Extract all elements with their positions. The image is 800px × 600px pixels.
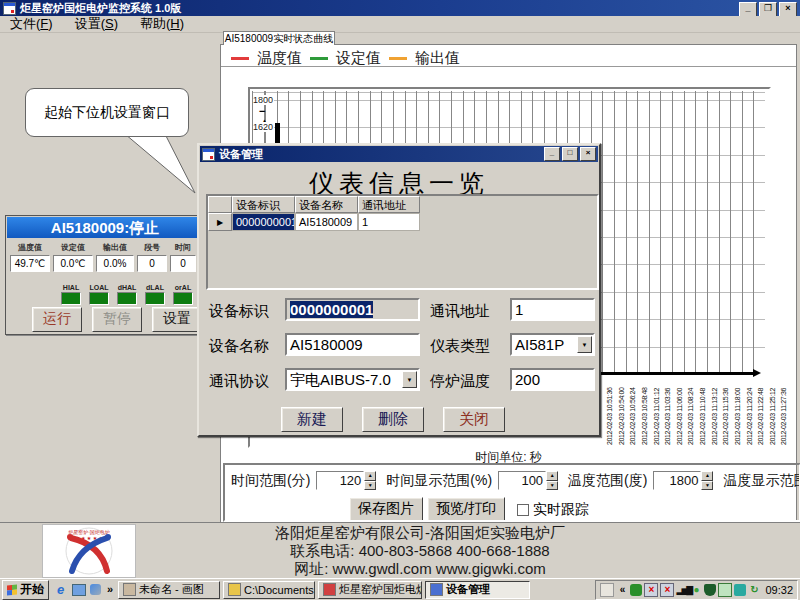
realtime-track-label: 实时跟踪 <box>533 501 589 519</box>
network-error-icon[interactable]: × <box>660 583 674 597</box>
menu-item-2[interactable]: 帮助(H) <box>140 15 184 33</box>
spinner-down-2[interactable]: ▼ <box>701 481 713 491</box>
dropdown-button-通讯协议[interactable]: ▼ <box>402 371 417 388</box>
spinner-up-2[interactable]: ▲ <box>701 471 713 481</box>
status-field-value-3: 0 <box>137 255 167 272</box>
status-field-label-3: 段号 <box>137 242 167 253</box>
spinner-0[interactable]: 120▲▼ <box>316 471 376 490</box>
status-button-2[interactable]: 设置 <box>152 307 202 332</box>
device-status-title: AI5180009:停止 <box>7 217 203 238</box>
dialog-button-2[interactable]: 关闭 <box>443 407 505 432</box>
spinner-up-1[interactable]: ▲ <box>546 471 558 481</box>
form-field-通讯地址[interactable]: 1 <box>510 298 595 321</box>
status-field-4: 时间0 <box>170 242 196 272</box>
messenger-icon[interactable] <box>734 584 746 596</box>
status-field-label-4: 时间 <box>170 242 196 253</box>
antivirus-icon[interactable] <box>630 584 642 596</box>
x-tick-2: 2012-02-03 10:56:24 <box>629 388 636 445</box>
task-label-1: C:\Documents and Se... <box>244 584 315 596</box>
x-tick-4: 2012-02-03 11:01:12 <box>653 388 660 445</box>
form-field-停炉温度[interactable]: 200 <box>510 368 595 391</box>
battery-icon[interactable] <box>718 583 732 597</box>
company-footer: 炬星窑炉·国炬电炉 ★ ★ ★ ★ ★ 洛阳炬星窑炉有限公司-洛阳国炬实验电炉厂… <box>0 522 800 578</box>
form-label-设备名称: 设备名称 <box>209 337 269 356</box>
dialog-titlebar[interactable]: 设备管理 _ □ × <box>200 146 598 162</box>
table-cell-2[interactable]: 1 <box>358 213 420 231</box>
restore-button[interactable]: ❐ <box>759 2 777 17</box>
form-field-通讯协议[interactable]: 宇电AIBUS-7.0▼ <box>285 368 420 391</box>
status-button-0[interactable]: 运行 <box>32 307 82 332</box>
task-label-0: 未命名 - 画图 <box>139 582 204 597</box>
quick-launch-overflow-chevron[interactable]: » <box>105 582 115 597</box>
table-header-1[interactable]: 设备名称 <box>295 196 358 213</box>
update-icon[interactable]: ↻ <box>748 584 760 596</box>
device-table[interactable]: 设备标识设备名称通讯地址▶0000000001AI51800091 <box>206 194 599 290</box>
tab-realtime-curve[interactable]: AI5180009实时状态曲线 <box>223 31 335 45</box>
table-header-2[interactable]: 通讯地址 <box>358 196 420 213</box>
start-button[interactable]: 开始 <box>2 580 49 600</box>
signal-bars-icon[interactable]: ▂▅▇ <box>676 584 688 596</box>
preview-print-button[interactable]: 预览/打印 <box>427 497 505 522</box>
taskbar: 开始 e » 未命名 - 画图C:\Documents and Se...炬星窑… <box>0 578 800 600</box>
table-header-0[interactable]: 设备标识 <box>232 196 295 213</box>
status-field-2: 输出值0.0% <box>96 242 134 272</box>
task-button-3[interactable]: 设备管理 <box>425 581 530 599</box>
shield-icon[interactable] <box>704 584 716 596</box>
spinner-1[interactable]: 100▲▼ <box>498 471 558 490</box>
dialog-button-1[interactable]: 删除 <box>362 407 424 432</box>
task-button-1[interactable]: C:\Documents and Se... <box>223 581 315 599</box>
spinner-label-0: 时间范围(分) <box>231 472 310 490</box>
x-tick-5: 2012-02-03 11:03:36 <box>664 388 671 445</box>
task-button-0[interactable]: 未命名 - 画图 <box>118 581 220 599</box>
task-label-2: 炬星窑炉国炬电炉监... <box>339 582 422 597</box>
task-label-3: 设备管理 <box>446 582 490 597</box>
alarm-orAL: orAL <box>173 284 193 305</box>
dialog-button-0[interactable]: 新建 <box>281 407 343 432</box>
menu-item-1[interactable]: 设置(S) <box>75 15 118 33</box>
spinner-value-0[interactable]: 120 <box>316 471 364 490</box>
close-button[interactable]: × <box>779 2 797 17</box>
callout-text: 起始下位机设置窗口 <box>44 104 170 122</box>
status-field-value-4: 0 <box>170 255 196 272</box>
spinner-2[interactable]: 1800▲▼ <box>653 471 713 490</box>
table-cell-0[interactable]: 0000000001 <box>232 213 295 231</box>
dialog-close-button[interactable]: × <box>580 147 596 161</box>
window-titlebar[interactable]: 炬星窑炉国炬电炉监控系统 1.0版 _ ❐ × <box>0 0 800 16</box>
alarm-indicator-HIAL <box>61 292 81 305</box>
spinner-value-2[interactable]: 1800 <box>653 471 701 490</box>
status-green-icon[interactable]: ● <box>690 584 702 596</box>
spinner-value-1[interactable]: 100 <box>498 471 546 490</box>
outlook-express-icon[interactable] <box>72 584 86 596</box>
zoom-out-mark[interactable]: − <box>259 106 265 116</box>
form-label-设备标识: 设备标识 <box>209 302 269 321</box>
language-indicator-icon[interactable] <box>600 583 614 597</box>
dialog-maximize-button[interactable]: □ <box>562 147 578 161</box>
network-offline-icon[interactable]: × <box>644 583 658 597</box>
table-cell-1[interactable]: AI5180009 <box>295 213 358 231</box>
dialog-minimize-button[interactable]: _ <box>544 147 560 161</box>
legend-dash-2 <box>389 57 407 60</box>
realtime-track-checkbox[interactable] <box>517 504 529 516</box>
form-field-设备标识[interactable]: 0000000001 <box>285 298 420 321</box>
save-image-button[interactable]: 保存图片 <box>349 497 423 522</box>
chart-controls-panel: 时间范围(分)120▲▼时间显示范围(%)100▲▼温度范围(度)1800▲▼温… <box>223 463 800 522</box>
x-tick-13: 2012-02-03 11:22:48 <box>757 388 764 445</box>
chevron-left-icon[interactable]: « <box>616 584 628 596</box>
dropdown-button-仪表类型[interactable]: ▼ <box>577 336 592 353</box>
menu-item-0[interactable]: 文件(F) <box>10 15 53 33</box>
spinner-down-1[interactable]: ▼ <box>546 481 558 491</box>
callout-bubble: 起始下位机设置窗口 <box>25 88 189 137</box>
alarm-label-HIAL: HIAL <box>61 284 81 291</box>
minimize-button[interactable]: _ <box>739 2 757 17</box>
media-player-icon[interactable] <box>90 584 101 595</box>
form-field-仪表类型[interactable]: AI581P▼ <box>510 333 595 356</box>
row-selector-cell[interactable]: ▶ <box>208 213 232 231</box>
form-field-设备名称[interactable]: AI5180009 <box>285 333 420 356</box>
table-corner-cell <box>208 196 232 213</box>
spinner-up-0[interactable]: ▲ <box>364 471 376 481</box>
task-button-2[interactable]: 炬星窑炉国炬电炉监... <box>318 581 422 599</box>
alarm-label-dHAL: dHAL <box>117 284 137 291</box>
ie-icon[interactable]: e <box>53 582 68 597</box>
spinner-down-0[interactable]: ▼ <box>364 481 376 491</box>
x-tick-14: 2012-02-03 11:25:12 <box>769 388 776 445</box>
